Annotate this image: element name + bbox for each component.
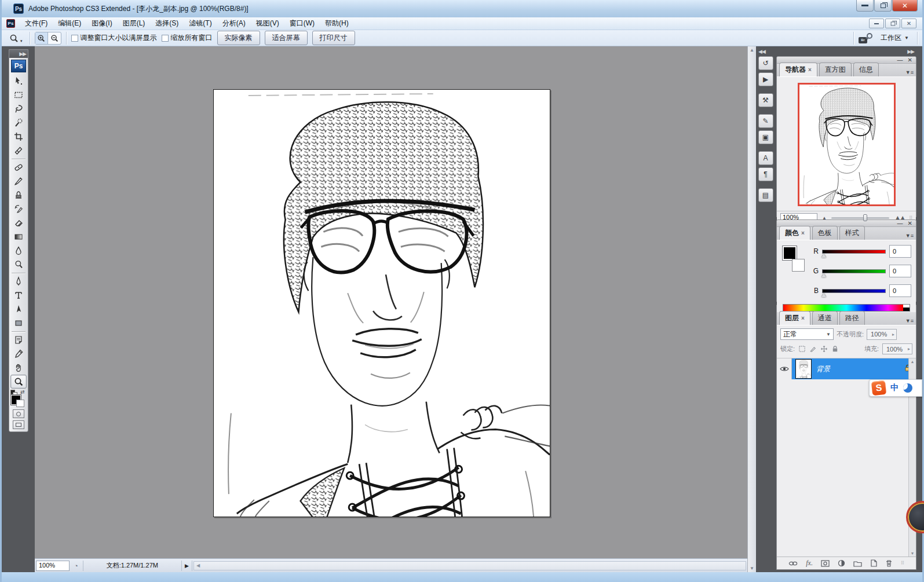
brushes-panel-button[interactable]: ✎ [758,114,773,128]
delete-layer-button[interactable] [885,559,893,567]
tab-close-icon[interactable]: × [801,315,805,321]
path-selection-tool[interactable] [10,302,27,316]
default-colors-icon[interactable] [10,390,15,394]
tab-paths[interactable]: 路径 [839,311,865,325]
menu-select[interactable]: 选择(S) [150,17,184,30]
fit-screen-button[interactable]: 适合屏幕 [265,31,308,45]
lasso-tool[interactable] [10,102,27,116]
clone-stamp-tool[interactable] [10,188,27,202]
panel-minimize-icon[interactable]: — [897,220,903,226]
slice-tool[interactable] [10,144,27,158]
tab-info[interactable]: 信息 [853,63,879,76]
menu-filter[interactable]: 滤镜(T) [184,17,217,30]
character-panel-button[interactable]: A [758,151,773,165]
zoom-all-option[interactable]: 缩放所有窗口 [162,33,213,43]
shape-tool[interactable] [10,316,27,330]
menu-edit[interactable]: 编辑(E) [53,17,86,30]
navigator-zoom-slider[interactable] [831,217,889,219]
actual-pixels-button[interactable]: 实际像素 [217,31,260,45]
quick-selection-tool[interactable] [10,116,27,130]
horizontal-scrollbar[interactable]: ◀ [193,561,746,570]
document-canvas[interactable] [213,89,550,517]
panel-menu-icon[interactable]: ▼≡ [905,69,914,75]
menu-image[interactable]: 图像(I) [86,17,117,30]
dock-collapse-handle[interactable]: ◀◀ [756,49,775,56]
gradient-tool[interactable] [10,230,27,244]
screen-mode-button[interactable] [13,420,24,429]
zoom-in-mode-button[interactable] [35,32,48,44]
adjustment-layer-button[interactable] [838,559,845,567]
hand-tool[interactable] [10,361,27,375]
brush-tool[interactable] [10,174,27,188]
fill-arrow-icon[interactable]: ▸ [908,346,910,352]
green-slider-thumb[interactable] [821,273,826,277]
new-layer-button[interactable] [870,559,877,567]
background-color-swatch[interactable] [16,400,24,407]
pen-tool[interactable] [10,274,27,288]
blue-slider[interactable] [822,289,886,293]
layer-style-button[interactable]: fx. [806,559,813,568]
ime-toolbar[interactable]: S 中 [869,379,922,397]
menu-layer[interactable]: 图层(L) [118,17,151,30]
quick-mask-button[interactable] [13,409,24,418]
menu-help[interactable]: 帮助(H) [320,17,354,30]
clone-source-panel-button[interactable]: ▣ [758,130,773,144]
eraser-tool[interactable] [10,216,27,230]
lock-pixels-icon[interactable] [809,345,817,353]
link-layers-button[interactable] [788,561,798,566]
ime-fullwidth-icon[interactable] [903,383,912,393]
doc-close-button[interactable]: ✕ [901,19,916,28]
panel-menu-icon[interactable]: ▼≡ [905,318,914,324]
workspace-menu[interactable]: 工作区 ▼ [877,33,912,43]
red-value-field[interactable]: 0 [889,245,911,258]
blue-slider-thumb[interactable] [821,293,826,297]
zoom-tool[interactable] [10,375,27,389]
canvas-area[interactable] [35,46,747,558]
lock-all-icon[interactable] [831,345,839,353]
layer-thumbnail[interactable] [795,359,812,379]
toolbox-collapse-handle[interactable]: ▶▶ [9,50,28,58]
tab-close-icon[interactable]: × [801,230,805,236]
close-button[interactable]: ✕ [892,0,918,12]
add-layer-mask-button[interactable] [821,560,830,567]
doc-minimize-button[interactable] [869,19,884,28]
background-color-swatch[interactable] [792,259,805,272]
tool-presets-panel-button[interactable]: ⚒ [758,93,773,107]
layer-comps-panel-button[interactable]: ▤ [758,188,773,202]
history-brush-tool[interactable] [10,202,27,216]
menu-analysis[interactable]: 分析(A) [217,17,251,30]
panel-resize-grip[interactable]: ⠿ [901,561,904,566]
maximize-button[interactable] [874,0,892,12]
fill-field[interactable]: 100% ▸ [882,343,912,354]
lock-transparency-icon[interactable] [798,345,806,353]
red-slider[interactable] [822,250,886,254]
resize-window-checkbox[interactable] [71,35,78,42]
history-panel-button[interactable]: ↺ [758,56,773,70]
spot-healing-brush-tool[interactable] [10,160,27,174]
lock-position-icon[interactable] [820,345,828,353]
print-size-button[interactable]: 打印尺寸 [312,31,355,45]
minimize-button[interactable] [856,0,874,12]
status-menu-button[interactable]: ▶ [182,561,192,571]
tab-navigator[interactable]: 导航器× [779,63,817,76]
crop-tool[interactable] [10,130,27,144]
paragraph-panel-button[interactable]: ¶ [758,167,773,181]
tab-layers[interactable]: 图层× [779,311,810,325]
layer-row-background[interactable]: 背景 [777,358,916,379]
new-group-button[interactable] [853,560,862,567]
bridge-button[interactable]: Br [859,33,872,43]
zoom-out-mode-button[interactable] [48,32,61,44]
tab-histogram[interactable]: 直方图 [819,63,852,76]
opacity-arrow-icon[interactable]: ▸ [892,332,894,337]
eyedropper-tool[interactable] [10,347,27,361]
layer-name[interactable]: 背景 [816,364,904,374]
current-tool-button[interactable]: ▾ [6,32,25,45]
ime-chinese-mode[interactable]: 中 [890,383,899,393]
zoom-slider-thumb[interactable] [863,214,867,221]
red-slider-thumb[interactable] [821,254,826,258]
green-value-field[interactable]: 0 [889,265,911,277]
doc-restore-button[interactable] [885,19,900,28]
notes-tool[interactable] [10,333,27,347]
rectangular-marquee-tool[interactable] [10,88,27,102]
dodge-tool[interactable] [10,258,27,272]
